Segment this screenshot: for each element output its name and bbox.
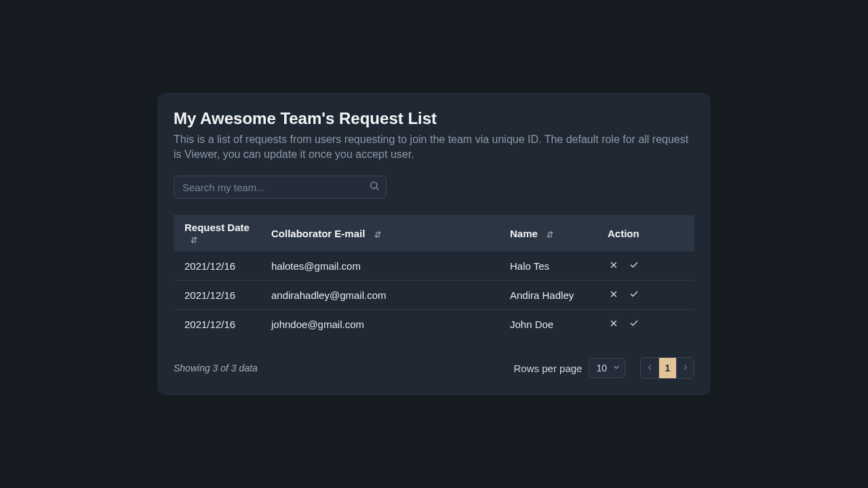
accept-button[interactable] — [628, 289, 640, 301]
cell-email: halotes@gmail.com — [260, 251, 499, 281]
check-icon — [629, 289, 639, 301]
col-header-date[interactable]: Request Date — [174, 215, 260, 251]
cell-email: andirahadley@gmail.com — [260, 281, 499, 310]
sort-icon — [374, 230, 382, 239]
search-wrap — [174, 176, 387, 199]
cell-name: Halo Tes — [499, 251, 597, 281]
cell-action — [597, 281, 694, 310]
close-icon — [609, 260, 618, 272]
table-body: 2021/12/16 halotes@gmail.com Halo Tes — [174, 251, 694, 338]
card-title: My Awesome Team's Request List — [174, 109, 694, 128]
showing-text: Showing 3 of 3 data — [174, 363, 258, 373]
table-row: 2021/12/16 johndoe@gmail.com John Doe — [174, 310, 694, 339]
pager: 1 — [640, 357, 694, 379]
col-header-name-label: Name — [510, 228, 538, 239]
table-row: 2021/12/16 andirahadley@gmail.com Andira… — [174, 281, 694, 310]
request-table: Request Date Collaborator E-mail Name — [174, 215, 694, 338]
cell-email: johndoe@gmail.com — [260, 310, 499, 339]
cell-date: 2021/12/16 — [174, 310, 260, 339]
card-description: This is a list of requests from users re… — [174, 132, 694, 163]
reject-button[interactable] — [608, 289, 620, 301]
pager-page-1-button[interactable]: 1 — [658, 358, 676, 378]
check-icon — [629, 260, 639, 272]
table-row: 2021/12/16 halotes@gmail.com Halo Tes — [174, 251, 694, 281]
close-icon — [609, 319, 618, 330]
cell-name: John Doe — [499, 310, 597, 339]
request-list-card: My Awesome Team's Request List This is a… — [157, 93, 711, 396]
search-input[interactable] — [174, 176, 387, 199]
cell-action — [597, 310, 694, 339]
chevron-down-icon — [612, 363, 620, 373]
chevron-left-icon — [646, 363, 654, 373]
col-header-action: Action — [597, 215, 694, 251]
reject-button[interactable] — [608, 260, 620, 272]
rows-per-page-label: Rows per page — [514, 363, 583, 374]
reject-button[interactable] — [608, 318, 620, 330]
pager-prev-button[interactable] — [641, 358, 658, 378]
table-header-row: Request Date Collaborator E-mail Name — [174, 215, 694, 251]
cell-date: 2021/12/16 — [174, 251, 260, 281]
pager-page-label: 1 — [665, 363, 671, 373]
col-header-date-label: Request Date — [184, 222, 250, 233]
rows-per-page-select[interactable]: 10 — [589, 358, 625, 378]
accept-button[interactable] — [628, 260, 640, 272]
sort-icon — [546, 230, 554, 239]
col-header-action-label: Action — [608, 228, 639, 239]
sort-icon — [190, 236, 198, 244]
rows-per-page-value: 10 — [596, 363, 607, 373]
col-header-name[interactable]: Name — [499, 215, 597, 251]
cell-date: 2021/12/16 — [174, 281, 260, 310]
close-icon — [609, 289, 618, 301]
table-footer: Showing 3 of 3 data Rows per page 10 1 — [174, 357, 694, 379]
cell-action — [597, 251, 694, 281]
right-controls: Rows per page 10 1 — [514, 357, 694, 379]
cell-name: Andira Hadley — [499, 281, 597, 310]
check-icon — [629, 319, 639, 330]
col-header-email[interactable]: Collaborator E-mail — [260, 215, 499, 251]
pager-next-button[interactable] — [676, 358, 694, 378]
chevron-right-icon — [682, 363, 690, 373]
accept-button[interactable] — [628, 318, 640, 330]
col-header-email-label: Collaborator E-mail — [271, 228, 365, 239]
